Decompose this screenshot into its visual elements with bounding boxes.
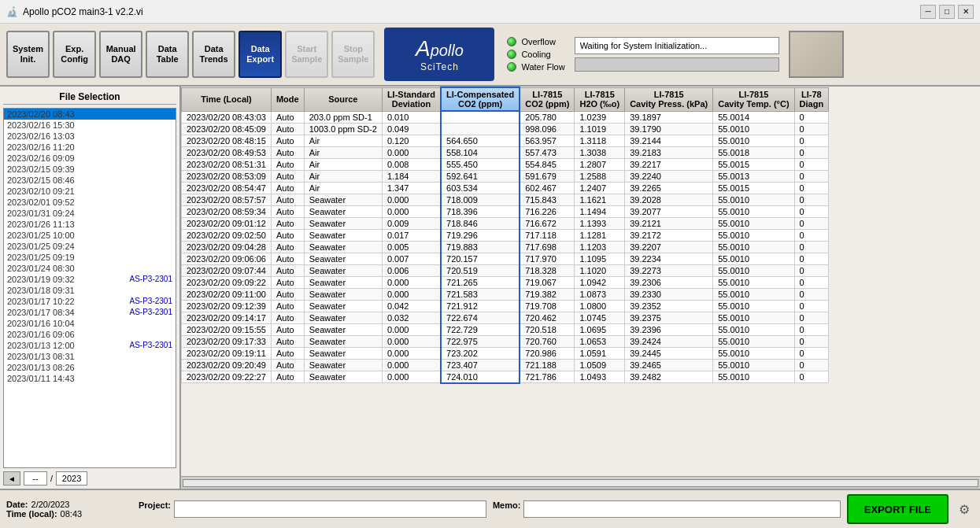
close-button[interactable]: ✕ <box>958 5 974 19</box>
file-date: 2023/01/16 10:04 <box>7 319 75 328</box>
settings-icon[interactable]: ⚙ <box>955 500 974 519</box>
table-row[interactable]: 2023/02/20 08:53:09AutoAir1.184592.64159… <box>182 170 829 182</box>
table-row[interactable]: 2023/02/20 09:20:49AutoSeawater0.000723.… <box>182 359 829 371</box>
table-row[interactable]: 2023/02/20 08:45:09Auto1003.0 ppm SD-20.… <box>182 123 829 135</box>
data-export-button[interactable]: DataExport <box>239 31 282 78</box>
file-item[interactable]: 2023/02/16 09:09 <box>4 153 176 164</box>
manual-daq-button[interactable]: ManualDAQ <box>99 31 142 78</box>
system-init-button[interactable]: SystemInit. <box>6 31 50 78</box>
file-item[interactable]: 2023/01/11 14:43 <box>4 373 176 384</box>
file-item[interactable]: 2023/01/25 10:00 <box>4 230 176 241</box>
time-label: Time (local): <box>6 509 57 519</box>
file-item[interactable]: 2023/01/18 09:31 <box>4 285 176 296</box>
table-cell: Air <box>304 135 382 146</box>
table-row[interactable]: 2023/02/20 09:17:33AutoSeawater0.000722.… <box>182 335 829 347</box>
table-cell: 2023/02/20 09:01:12 <box>182 217 272 229</box>
col-header-std-dev: LI-StandardDeviation <box>382 87 441 111</box>
table-row[interactable]: 2023/02/20 08:57:57AutoSeawater0.000718.… <box>182 194 829 205</box>
system-status-input[interactable] <box>575 37 779 54</box>
table-row[interactable]: 2023/02/20 09:11:00AutoSeawater0.000721.… <box>182 288 829 300</box>
file-item[interactable]: 2023/02/16 13:03 <box>4 131 176 142</box>
table-row[interactable]: 2023/02/20 09:02:50AutoSeawater0.017719.… <box>182 229 829 241</box>
file-item[interactable]: 2023/01/16 10:04 <box>4 318 176 329</box>
file-item[interactable]: 2023/01/13 08:31 <box>4 351 176 362</box>
table-cell: Auto <box>271 347 304 359</box>
page-total-input[interactable] <box>56 471 87 486</box>
h-scroll-track[interactable] <box>183 479 978 487</box>
file-item[interactable]: 2023/02/01 09:52 <box>4 197 176 208</box>
table-row[interactable]: 2023/02/20 09:19:11AutoSeawater0.000723.… <box>182 347 829 359</box>
table-row[interactable]: 2023/02/20 09:04:28AutoSeawater0.005719.… <box>182 241 829 253</box>
horizontal-scrollbar[interactable] <box>181 476 980 489</box>
table-row[interactable]: 2023/02/20 08:54:47AutoAir1.347603.53460… <box>182 182 829 194</box>
file-item[interactable]: 2023/01/13 08:26 <box>4 362 176 373</box>
table-row[interactable]: 2023/02/20 08:59:34AutoSeawater0.000718.… <box>182 205 829 217</box>
table-cell: 717.118 <box>520 229 575 241</box>
table-row[interactable]: 2023/02/20 08:43:03Auto203.0 ppm SD-10.0… <box>182 111 829 123</box>
table-row[interactable]: 2023/02/20 09:09:22AutoSeawater0.000721.… <box>182 276 829 288</box>
table-container[interactable]: Time (Local)ModeSourceLI-StandardDeviati… <box>181 87 980 476</box>
table-row[interactable]: 2023/02/20 09:22:27AutoSeawater0.000724.… <box>182 371 829 383</box>
table-cell: 39.2077 <box>625 205 713 217</box>
project-input[interactable] <box>174 500 486 518</box>
file-item[interactable]: 2023/01/17 10:22AS-P3-2301 <box>4 296 176 307</box>
file-item[interactable]: 2023/01/26 11:13 <box>4 219 176 230</box>
file-item[interactable]: 2023/01/25 09:19 <box>4 252 176 263</box>
stop-sample-button[interactable]: StopSample <box>331 31 375 78</box>
file-item[interactable]: 2023/01/16 09:06 <box>4 329 176 340</box>
file-date: 2023/01/16 09:06 <box>7 330 75 339</box>
table-cell: 717.970 <box>520 253 575 264</box>
restore-button[interactable]: □ <box>939 5 955 19</box>
file-date: 2023/01/19 09:32 <box>7 275 75 284</box>
file-item[interactable]: 2023/01/13 12:00AS-P3-2301 <box>4 340 176 351</box>
file-item[interactable]: 2023/01/31 09:24 <box>4 208 176 219</box>
table-cell: Seawater <box>304 371 382 383</box>
table-row[interactable]: 2023/02/20 08:49:53AutoAir0.000558.10455… <box>182 146 829 158</box>
table-cell: 39.2424 <box>625 335 713 347</box>
file-item[interactable]: 2023/02/16 15:30 <box>4 120 176 131</box>
table-row[interactable]: 2023/02/20 09:12:39AutoSeawater0.042721.… <box>182 300 829 312</box>
table-cell: 722.674 <box>441 312 520 323</box>
data-trends-button[interactable]: DataTrends <box>192 31 235 78</box>
titlebar-controls[interactable]: ─ □ ✕ <box>920 5 974 19</box>
table-row[interactable]: 2023/02/20 08:48:15AutoAir0.120564.65056… <box>182 135 829 146</box>
memo-input[interactable] <box>523 500 840 518</box>
table-cell: 721.188 <box>520 359 575 371</box>
table-cell: Auto <box>271 371 304 383</box>
table-cell: 0.000 <box>382 359 441 371</box>
table-row[interactable]: 2023/02/20 09:15:55AutoSeawater0.000722.… <box>182 323 829 335</box>
file-item[interactable]: 2023/02/10 09:21 <box>4 186 176 197</box>
table-cell: 720.157 <box>441 253 520 264</box>
table-cell: Seawater <box>304 205 382 217</box>
table-cell: 0 <box>794 288 829 300</box>
export-file-button[interactable]: EXPORT FILE <box>847 494 949 524</box>
file-item[interactable]: 2023/02/15 09:39 <box>4 164 176 175</box>
table-row[interactable]: 2023/02/20 09:14:17AutoSeawater0.032722.… <box>182 312 829 323</box>
table-row[interactable]: 2023/02/20 08:51:31AutoAir0.008555.45055… <box>182 158 829 170</box>
table-cell: 998.096 <box>520 123 575 135</box>
table-cell: 1.1203 <box>575 241 625 253</box>
file-item[interactable]: 2023/01/19 09:32AS-P3-2301 <box>4 274 176 285</box>
page-current-input[interactable] <box>24 471 47 486</box>
table-cell: 55.0010 <box>713 335 794 347</box>
data-table-button[interactable]: DataTable <box>146 31 189 78</box>
file-item[interactable]: 2023/02/15 08:46 <box>4 175 176 186</box>
table-cell: 55.0010 <box>713 217 794 229</box>
exp-config-button[interactable]: Exp.Config <box>53 31 96 78</box>
table-row[interactable]: 2023/02/20 09:01:12AutoSeawater0.009718.… <box>182 217 829 229</box>
file-item[interactable]: 2023/01/25 09:24 <box>4 241 176 252</box>
date-label: Date: <box>6 500 28 509</box>
start-sample-button[interactable]: StartSample <box>285 31 328 78</box>
file-date: 2023/01/18 09:31 <box>7 286 75 295</box>
file-item[interactable]: 2023/01/17 08:34AS-P3-2301 <box>4 307 176 318</box>
file-item[interactable]: 2023/02/20 08:43 <box>4 109 176 120</box>
file-list[interactable]: 2023/02/20 08:432023/02/16 15:302023/02/… <box>3 108 176 468</box>
table-cell <box>441 111 520 123</box>
table-row[interactable]: 2023/02/20 09:07:44AutoSeawater0.006720.… <box>182 264 829 276</box>
table-cell: 721.912 <box>441 300 520 312</box>
file-item[interactable]: 2023/01/24 08:30 <box>4 263 176 274</box>
page-prev-button[interactable]: ◄ <box>3 471 20 486</box>
table-row[interactable]: 2023/02/20 09:06:06AutoSeawater0.007720.… <box>182 253 829 264</box>
minimize-button[interactable]: ─ <box>920 5 936 19</box>
file-item[interactable]: 2023/02/16 11:20 <box>4 142 176 153</box>
